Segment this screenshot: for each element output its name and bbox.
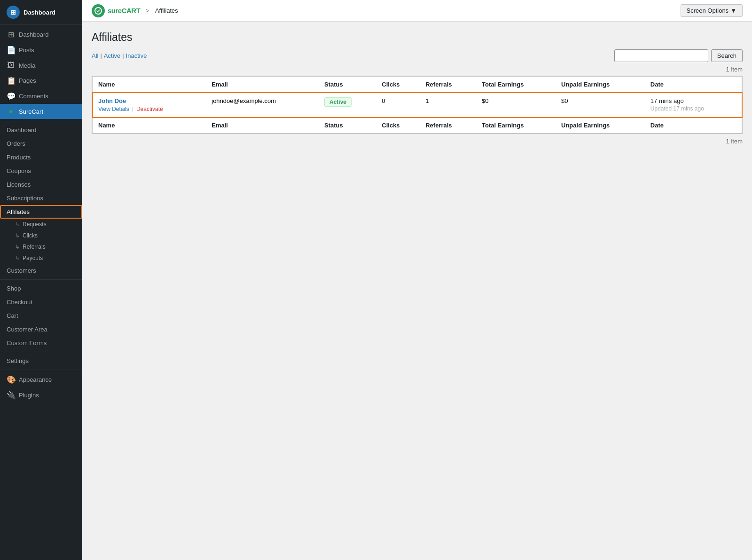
sidebar-sub-item-requests[interactable]: ↳ Requests — [0, 219, 82, 230]
comments-icon: 💬 — [7, 92, 15, 101]
sidebar-item-dashboard[interactable]: ⊞ Dashboard — [0, 27, 82, 42]
sidebar-item-sc-coupons[interactable]: Coupons — [0, 164, 82, 178]
date-primary: 17 mins ago — [650, 97, 736, 104]
sidebar-item-shop[interactable]: Shop — [0, 282, 82, 295]
cell-unpaid-earnings: $0 — [556, 93, 645, 118]
breadcrumb-separator: > — [146, 7, 149, 14]
sub-arrow-icon: ↳ — [15, 221, 20, 228]
sidebar-item-label: Comments — [19, 93, 48, 100]
sidebar-item-settings[interactable]: Settings — [0, 354, 82, 368]
screen-options-label: Screen Options — [687, 7, 729, 14]
sidebar-logo: ⊞ Dashboard — [0, 0, 82, 25]
cell-clicks: 0 — [376, 93, 420, 118]
settings-label: Settings — [7, 357, 29, 364]
screen-options-button[interactable]: Screen Options ▼ — [681, 4, 743, 17]
sidebar-item-label: Posts — [19, 47, 34, 54]
brand-text: sureCART — [108, 7, 140, 15]
sc-subscriptions-label: Subscriptions — [7, 195, 43, 202]
cell-referrals: 1 — [420, 93, 476, 118]
sidebar-item-surecart[interactable]: ● SureCart — [0, 104, 82, 119]
dashboard-icon: ⊞ — [7, 30, 15, 39]
sidebar-sub-item-clicks[interactable]: ↳ Clicks — [0, 230, 82, 241]
media-icon: 🖼 — [7, 61, 15, 70]
sidebar-item-label: Dashboard — [19, 31, 49, 38]
sidebar: ⊞ Dashboard ⊞ Dashboard 📄 Posts 🖼 Media … — [0, 0, 82, 560]
col-date-footer: Date — [645, 118, 742, 134]
sidebar-sub-item-payouts[interactable]: ↳ Payouts — [0, 252, 82, 264]
cell-total-earnings: $0 — [476, 93, 556, 118]
col-status: Status — [319, 77, 376, 93]
sidebar-bottom-section: 🎨 Appearance 🔌 Plugins — [0, 370, 82, 405]
sub-arrow-icon: ↳ — [15, 255, 20, 261]
requests-label: Requests — [23, 221, 47, 228]
sc-licenses-label: Licenses — [7, 181, 31, 188]
cell-email: johndoe@example.com — [206, 93, 319, 118]
sidebar-item-label: SureCart — [19, 108, 43, 115]
sidebar-settings-section: Settings — [0, 352, 82, 370]
col-total-earnings-footer: Total Earnings — [476, 118, 556, 134]
filter-active[interactable]: Active — [104, 52, 120, 59]
referrals-label: Referrals — [23, 244, 46, 250]
search-input[interactable] — [614, 49, 708, 62]
checkout-label: Checkout — [7, 299, 32, 306]
sidebar-item-custom-forms[interactable]: Custom Forms — [0, 336, 82, 350]
appearance-label: Appearance — [19, 376, 52, 383]
sidebar-item-customer-area[interactable]: Customer Area — [0, 323, 82, 336]
col-clicks-footer: Clicks — [376, 118, 420, 134]
sidebar-item-sc-licenses[interactable]: Licenses — [0, 178, 82, 191]
sidebar-item-checkout[interactable]: Checkout — [0, 295, 82, 309]
sc-customers-label: Customers — [7, 267, 36, 274]
brand-cart: CART — [122, 7, 141, 15]
sidebar-item-sc-dashboard[interactable]: Dashboard — [0, 123, 82, 137]
view-details-link[interactable]: View Details — [98, 106, 129, 112]
cell-date: 17 mins ago Updated 17 mins ago — [645, 93, 742, 118]
sidebar-item-posts[interactable]: 📄 Posts — [0, 42, 82, 58]
sub-arrow-icon: ↳ — [15, 232, 20, 239]
cart-label: Cart — [7, 312, 18, 319]
search-button[interactable]: Search — [711, 49, 743, 62]
sidebar-top-section: ⊞ Dashboard 📄 Posts 🖼 Media 📋 Pages 💬 Co… — [0, 25, 82, 121]
table-footer: Name Email Status Clicks Referrals Total… — [93, 118, 742, 134]
sidebar-item-media[interactable]: 🖼 Media — [0, 58, 82, 73]
filter-inactive[interactable]: Inactive — [126, 52, 147, 59]
sc-products-label: Products — [7, 154, 31, 161]
sidebar-item-sc-affiliates[interactable]: Affiliates — [0, 205, 82, 219]
sidebar-item-sc-subscriptions[interactable]: Subscriptions — [0, 191, 82, 205]
sidebar-item-pages[interactable]: 📋 Pages — [0, 73, 82, 88]
custom-forms-label: Custom Forms — [7, 339, 47, 347]
affiliate-name-link[interactable]: John Doe — [98, 97, 200, 104]
table-row: John Doe View Details | Deactivate johnd… — [93, 93, 742, 118]
sidebar-item-sc-orders[interactable]: Orders — [0, 137, 82, 150]
affiliates-table: Name Email Status Clicks Referrals Total… — [92, 76, 742, 134]
sidebar-item-sc-customers[interactable]: Customers — [0, 264, 82, 277]
sidebar-item-label: Pages — [19, 77, 36, 84]
sc-dashboard-label: Dashboard — [7, 126, 37, 134]
sidebar-sub-item-referrals[interactable]: ↳ Referrals — [0, 241, 82, 252]
col-clicks: Clicks — [376, 77, 420, 93]
sidebar-item-appearance[interactable]: 🎨 Appearance — [0, 372, 82, 387]
sidebar-item-cart[interactable]: Cart — [0, 309, 82, 323]
sidebar-logo-label: Dashboard — [24, 9, 55, 16]
deactivate-link[interactable]: Deactivate — [136, 106, 163, 112]
filter-all[interactable]: All — [92, 52, 98, 59]
col-name-footer: Name — [93, 118, 206, 134]
col-total-earnings: Total Earnings — [476, 77, 556, 93]
col-email-footer: Email — [206, 118, 319, 134]
sidebar-item-comments[interactable]: 💬 Comments — [0, 88, 82, 104]
sidebar-item-plugins[interactable]: 🔌 Plugins — [0, 387, 82, 403]
plugins-icon: 🔌 — [7, 391, 15, 400]
sidebar-surecart-section: Dashboard Orders Products Coupons Licens… — [0, 121, 82, 280]
sc-affiliates-label: Affiliates — [7, 208, 30, 215]
clicks-label: Clicks — [23, 232, 38, 239]
col-referrals-footer: Referrals — [420, 118, 476, 134]
sub-arrow-icon: ↳ — [15, 244, 20, 250]
surecart-logo-icon — [92, 4, 105, 17]
sidebar-item-sc-products[interactable]: Products — [0, 150, 82, 164]
main-content: sureCART > Affiliates Screen Options ▼ A… — [82, 0, 752, 560]
col-referrals: Referrals — [420, 77, 476, 93]
sc-coupons-label: Coupons — [7, 167, 31, 174]
plugins-label: Plugins — [19, 392, 39, 399]
col-status-footer: Status — [319, 118, 376, 134]
breadcrumb-current: Affiliates — [155, 7, 178, 14]
table-header-row: Name Email Status Clicks Referrals Total… — [93, 77, 742, 93]
